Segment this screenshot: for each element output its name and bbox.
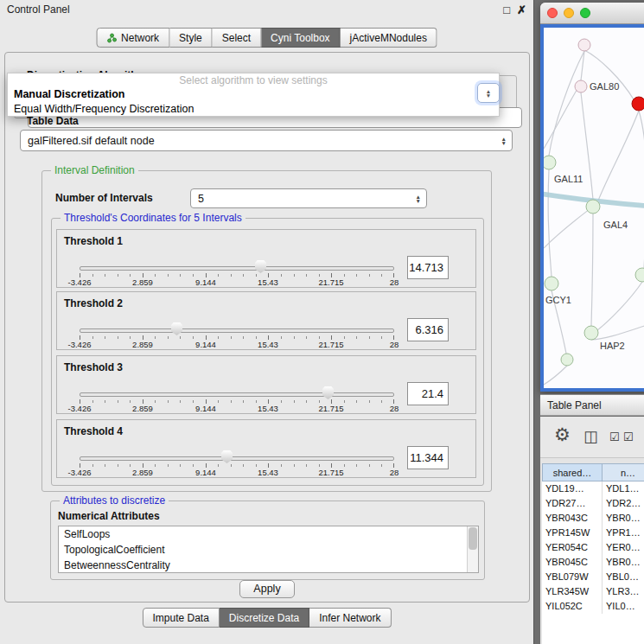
table-cell[interactable]: YBR0… bbox=[603, 555, 644, 570]
table-cell[interactable]: YBR045C bbox=[542, 555, 603, 570]
close-traffic-light[interactable] bbox=[547, 8, 558, 18]
network-edge[interactable] bbox=[591, 214, 593, 326]
threshold-1-slider-thumb[interactable] bbox=[255, 260, 266, 273]
table-cell[interactable]: YBR043C bbox=[542, 511, 603, 526]
network-node[interactable] bbox=[584, 326, 598, 340]
threshold-4-value-field[interactable]: 11.344 bbox=[407, 446, 449, 469]
network-node[interactable] bbox=[578, 39, 590, 51]
threshold-2-slider-track[interactable] bbox=[80, 328, 394, 333]
network-node[interactable] bbox=[575, 80, 587, 92]
close-window-button[interactable]: ✗ bbox=[517, 3, 526, 16]
network-node[interactable] bbox=[544, 156, 556, 169]
gear-icon[interactable]: ⚙ bbox=[554, 424, 571, 445]
table-cell[interactable]: YBL079W bbox=[542, 570, 603, 584]
network-node[interactable] bbox=[635, 268, 644, 282]
tab-impute-data-label: Impute Data bbox=[152, 612, 208, 624]
table-cell[interactable]: YLR345W bbox=[542, 584, 603, 599]
threshold-1-slider-track[interactable] bbox=[80, 266, 394, 271]
table-row[interactable]: YIL052C YIL0… bbox=[542, 599, 644, 614]
numerical-attributes-list[interactable]: SelfLoops TopologicalCoefficient Between… bbox=[58, 526, 479, 573]
table-cell[interactable]: YIL052C bbox=[542, 599, 603, 614]
select-column-checkbox-icon[interactable]: ☑ bbox=[623, 430, 634, 443]
table-row[interactable]: YBR045C YBR0… bbox=[542, 555, 644, 570]
tab-network[interactable]: Network bbox=[96, 28, 169, 48]
table-row[interactable]: YLR345W YLR3… bbox=[542, 584, 644, 599]
tab-infer-network[interactable]: Infer Network bbox=[309, 608, 391, 628]
network-canvas[interactable]: GAL80 GAL11 GAL4 GCY1 HAP2 bbox=[540, 24, 644, 392]
table-cell[interactable]: YER054C bbox=[542, 540, 603, 555]
list-scrollbar[interactable] bbox=[467, 526, 478, 572]
tab-cyni-toolbox[interactable]: Cyni Toolbox bbox=[261, 28, 340, 48]
combo-arrows-icon: ▲▼ bbox=[416, 194, 421, 203]
scale-tick-label: 15.43 bbox=[258, 404, 278, 413]
table-row[interactable]: YPR145W YPR1… bbox=[542, 526, 644, 540]
tab-select[interactable]: Select bbox=[213, 28, 261, 48]
threshold-2-slider-thumb[interactable] bbox=[171, 322, 182, 335]
network-node[interactable] bbox=[561, 354, 573, 366]
list-item[interactable]: TopologicalCoefficient bbox=[59, 542, 478, 558]
network-edge[interactable] bbox=[639, 111, 644, 268]
tab-discretize-data[interactable]: Discretize Data bbox=[220, 608, 309, 628]
table-row[interactable]: YDR27… YDR2… bbox=[542, 496, 644, 511]
network-node-selected[interactable] bbox=[632, 97, 644, 111]
table-data-select[interactable]: galFiltered.sif default node ▲▼ bbox=[20, 130, 513, 151]
table-cell[interactable]: YDR27… bbox=[542, 496, 603, 511]
scrollbar-thumb[interactable] bbox=[469, 527, 477, 550]
threshold-3-slider-thumb[interactable] bbox=[322, 386, 334, 399]
apply-button[interactable]: Apply bbox=[239, 580, 295, 598]
tab-infer-network-label: Infer Network bbox=[319, 612, 380, 624]
algorithm-select-arrow-button[interactable]: ▲ ▼ bbox=[477, 83, 500, 103]
interval-definition-group: Interval Definition Number of Intervals … bbox=[41, 170, 492, 492]
table-cell[interactable]: YDR2… bbox=[603, 496, 644, 511]
network-edge[interactable] bbox=[597, 282, 642, 330]
threshold-4-slider-thumb[interactable] bbox=[221, 450, 233, 463]
tab-jactivemnodules[interactable]: jActiveMNodules bbox=[341, 28, 437, 48]
network-edge[interactable] bbox=[544, 366, 567, 385]
list-item[interactable]: BetweennessCentrality bbox=[59, 558, 478, 573]
popup-option-equal-width-frequency[interactable]: Equal Width/Frequency Discretization bbox=[8, 102, 499, 117]
network-edge[interactable] bbox=[584, 50, 634, 99]
table-row[interactable]: YBR043C YBR0… bbox=[542, 511, 644, 526]
table-cell[interactable]: YBL0… bbox=[603, 570, 644, 584]
zoom-traffic-light[interactable] bbox=[580, 8, 590, 18]
scale-tick-label: 21.715 bbox=[318, 340, 343, 349]
network-edge[interactable] bbox=[598, 111, 639, 201]
table-cell[interactable]: YPR1… bbox=[603, 526, 644, 540]
table-row[interactable]: YDL19… YDL1… bbox=[542, 481, 644, 496]
tab-impute-data[interactable]: Impute Data bbox=[142, 608, 219, 628]
network-node[interactable] bbox=[586, 200, 600, 214]
minimize-traffic-light[interactable] bbox=[564, 8, 574, 18]
threshold-3-value-field[interactable]: 21.4 bbox=[407, 382, 449, 405]
number-of-intervals-select[interactable]: 5 ▲▼ bbox=[190, 188, 427, 208]
table-header-cell[interactable]: n… bbox=[603, 463, 644, 481]
threshold-2-value-field[interactable]: 6.316 bbox=[407, 318, 449, 341]
threshold-3-slider-track[interactable] bbox=[80, 392, 394, 397]
network-edge[interactable] bbox=[548, 169, 552, 277]
network-window-titlebar[interactable] bbox=[540, 3, 644, 24]
float-window-button[interactable]: □ bbox=[503, 3, 510, 16]
threshold-4-slider-track[interactable] bbox=[80, 456, 394, 461]
table-cell[interactable]: YBR0… bbox=[603, 511, 644, 526]
list-item[interactable]: SelfLoops bbox=[59, 526, 478, 542]
network-edge[interactable] bbox=[544, 83, 581, 149]
table-cell[interactable]: YER0… bbox=[603, 540, 644, 555]
table-rows: YDL19… YDL1… YDR27… YDR2… YBR043C YBR0… … bbox=[542, 481, 644, 614]
network-node[interactable] bbox=[545, 277, 558, 290]
table-row[interactable]: YBL079W YBL0… bbox=[542, 570, 644, 584]
tab-style[interactable]: Style bbox=[169, 28, 213, 48]
select-all-checkbox-icon[interactable]: ☑ bbox=[609, 430, 620, 443]
table-row[interactable]: YER054C YER0… bbox=[542, 540, 644, 555]
table-cell[interactable]: YDL19… bbox=[542, 481, 603, 496]
network-edge[interactable] bbox=[591, 323, 644, 340]
table-header-cell[interactable]: shared… bbox=[542, 463, 603, 481]
table-cell[interactable]: YPR145W bbox=[542, 526, 603, 540]
network-edge[interactable] bbox=[544, 209, 590, 248]
network-edge[interactable] bbox=[549, 51, 584, 156]
table-cell[interactable]: YIL0… bbox=[603, 599, 644, 614]
table-cell[interactable]: YDL1… bbox=[603, 481, 644, 496]
table-cell[interactable]: YLR3… bbox=[603, 584, 644, 599]
popup-option-manual-discretization[interactable]: Manual Discretization bbox=[8, 87, 499, 102]
threshold-1-panel: Threshold 1 -3.426 2.859 9.144 15.43 21.… bbox=[56, 229, 476, 288]
columns-icon[interactable]: ◫ bbox=[583, 427, 598, 446]
threshold-1-value-field[interactable]: 14.713 bbox=[407, 256, 449, 279]
